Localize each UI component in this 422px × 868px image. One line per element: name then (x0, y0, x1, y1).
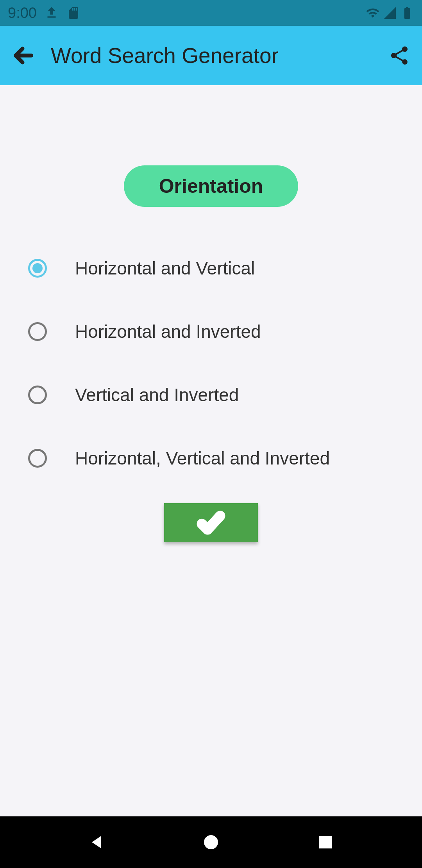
check-icon (193, 509, 229, 536)
option-label: Vertical and Inverted (75, 384, 239, 405)
nav-bar (0, 816, 422, 868)
nav-home-icon[interactable] (202, 833, 220, 852)
nav-recent-icon[interactable] (316, 833, 335, 852)
radio-button[interactable] (28, 322, 47, 341)
back-arrow-icon[interactable] (12, 44, 35, 67)
wifi-icon (366, 6, 380, 20)
radio-button[interactable] (28, 259, 47, 278)
option-row[interactable]: Horizontal and Vertical (28, 258, 394, 279)
page-title: Word Search Generator (51, 43, 373, 68)
battery-icon (400, 6, 414, 20)
radio-button[interactable] (28, 386, 47, 404)
status-left: 9:00 (8, 5, 80, 22)
nav-back-icon[interactable] (87, 833, 106, 852)
radio-button[interactable] (28, 449, 47, 468)
upload-icon (45, 6, 59, 20)
option-row[interactable]: Vertical and Inverted (28, 384, 394, 405)
signal-icon (383, 6, 397, 20)
svg-rect-1 (319, 836, 332, 848)
option-row[interactable]: Horizontal, Vertical and Inverted (28, 448, 394, 469)
option-label: Horizontal, Vertical and Inverted (75, 448, 330, 469)
option-row[interactable]: Horizontal and Inverted (28, 321, 394, 342)
options-list: Horizontal and Vertical Horizontal and I… (0, 258, 422, 511)
option-label: Horizontal and Vertical (75, 258, 255, 279)
confirm-button[interactable] (164, 503, 258, 542)
status-bar: 9:00 (0, 0, 422, 26)
option-label: Horizontal and Inverted (75, 321, 261, 342)
section-title-pill: Orientation (124, 165, 299, 207)
share-icon[interactable] (388, 45, 410, 66)
app-bar: Word Search Generator (0, 26, 422, 85)
main-content: Orientation Horizontal and Vertical Hori… (0, 85, 422, 816)
status-time: 9:00 (8, 5, 37, 22)
status-right (366, 6, 414, 20)
sd-card-icon (66, 6, 80, 20)
svg-point-0 (204, 835, 218, 849)
